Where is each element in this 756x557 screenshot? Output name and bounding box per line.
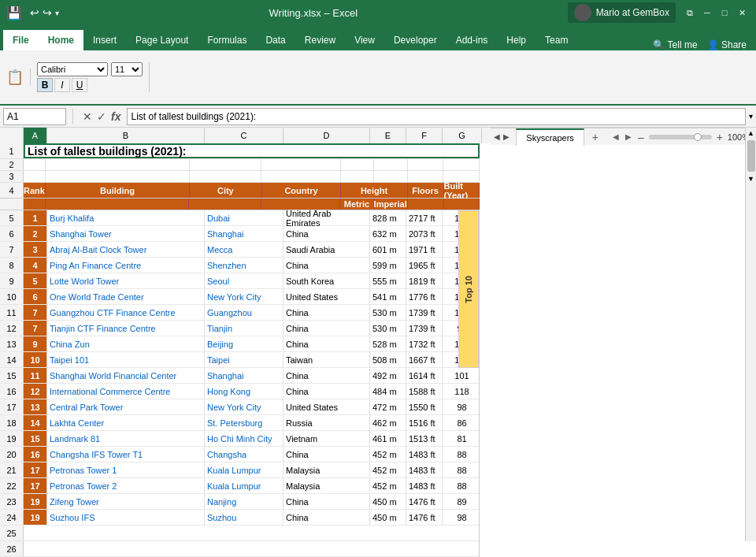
cell-city[interactable]: Seoul: [205, 273, 284, 288]
cell-country[interactable]: Taiwan: [284, 352, 370, 367]
cell[interactable]: [261, 159, 341, 170]
cell-building[interactable]: Taipei 101: [47, 352, 205, 367]
cell-floors[interactable]: 89: [443, 494, 480, 509]
cell-rank[interactable]: 4: [24, 258, 47, 273]
cell[interactable]: [24, 199, 46, 210]
cell-rank[interactable]: 5: [24, 273, 47, 288]
cell-building[interactable]: Landmark 81: [47, 431, 205, 446]
cell-country[interactable]: China: [284, 321, 370, 336]
cell-country[interactable]: China: [284, 258, 370, 273]
cell-rank[interactable]: 9: [24, 336, 47, 351]
cell-building[interactable]: Lakhta Center: [47, 415, 205, 430]
cell-imperial[interactable]: 1483 ft: [406, 462, 443, 477]
cell-imperial[interactable]: 1483 ft: [406, 478, 443, 493]
row-num[interactable]: 14: [0, 352, 24, 367]
row-num[interactable]: 26: [0, 541, 24, 556]
row-num[interactable]: 10: [0, 289, 24, 304]
col-header-B[interactable]: B: [47, 128, 205, 143]
cell-city[interactable]: Beijing: [205, 336, 284, 351]
cell[interactable]: [261, 171, 341, 182]
cell-imperial[interactable]: 1483 ft: [406, 447, 443, 462]
cell-city[interactable]: Kuala Lumpur: [205, 462, 284, 477]
cell-building[interactable]: Tianjin CTF Finance Centre: [47, 321, 205, 336]
cell-rank[interactable]: 11: [24, 368, 47, 383]
row-num[interactable]: 6: [0, 226, 24, 241]
header-building[interactable]: Building: [46, 183, 190, 198]
row-num[interactable]: 23: [0, 494, 24, 509]
cell-metric[interactable]: 601 m: [370, 242, 406, 257]
cell-floors[interactable]: 98: [443, 399, 480, 414]
cell-rank[interactable]: 14: [24, 415, 47, 430]
col-header-E[interactable]: E: [370, 128, 406, 143]
font-size-select[interactable]: 11: [111, 62, 143, 76]
cell-country[interactable]: South Korea: [284, 273, 370, 288]
bold-button[interactable]: B: [37, 78, 53, 92]
cell-country[interactable]: Russia: [284, 415, 370, 430]
cell[interactable]: [24, 525, 480, 540]
cell-metric[interactable]: 508 m: [370, 352, 406, 367]
cell-city[interactable]: New York City: [205, 399, 284, 414]
zoom-thumb[interactable]: [694, 133, 702, 141]
tab-insert[interactable]: Insert: [83, 30, 126, 50]
cell-reference-box[interactable]: [3, 108, 66, 125]
italic-button[interactable]: I: [54, 78, 70, 92]
cell-rank[interactable]: 16: [24, 447, 47, 462]
cell-rank[interactable]: 7: [24, 321, 47, 336]
row-num[interactable]: 12: [0, 321, 24, 336]
cell-floors[interactable]: 86: [443, 415, 480, 430]
cell-country[interactable]: China: [284, 305, 370, 320]
cell-metric[interactable]: 452 m: [370, 462, 406, 477]
row-num[interactable]: 19: [0, 431, 24, 446]
cell[interactable]: [444, 199, 480, 210]
row-num[interactable]: 2: [0, 159, 24, 170]
cell[interactable]: [374, 171, 407, 182]
quick-access-icon[interactable]: ▾: [55, 9, 59, 17]
cell-rank[interactable]: 2: [24, 226, 47, 241]
cell-metric[interactable]: 530 m: [370, 305, 406, 320]
cell-building[interactable]: Guangzhou CTF Finance Centre: [47, 305, 205, 320]
row-num[interactable]: 11: [0, 305, 24, 320]
cell-floors[interactable]: 88: [443, 478, 480, 493]
zoom-slider[interactable]: [649, 135, 712, 139]
cell-floors[interactable]: 88: [443, 447, 480, 462]
cell-country[interactable]: China: [284, 494, 370, 509]
cell-city[interactable]: Shanghai: [205, 226, 284, 241]
cell-country[interactable]: China: [284, 368, 370, 383]
cell-building[interactable]: Lotte World Tower: [47, 273, 205, 288]
cell[interactable]: [189, 199, 261, 210]
vertical-scrollbar[interactable]: ▲ ▼: [745, 128, 756, 541]
cell-building[interactable]: Petronas Tower 2: [47, 478, 205, 493]
cell[interactable]: [374, 159, 407, 170]
cell-imperial[interactable]: 1965 ft: [406, 258, 443, 273]
col-header-A[interactable]: A: [24, 128, 47, 143]
cell-floors[interactable]: 98: [443, 510, 480, 525]
cell-imperial[interactable]: 1516 ft: [406, 415, 443, 430]
row-num[interactable]: 4: [0, 183, 24, 198]
tab-team[interactable]: Team: [536, 30, 577, 50]
cell-rank[interactable]: 15: [24, 431, 47, 446]
row-num[interactable]: 24: [0, 510, 24, 525]
header-city[interactable]: City: [190, 183, 262, 198]
cell-city[interactable]: Dubai: [205, 210, 284, 225]
cell-city[interactable]: New York City: [205, 289, 284, 304]
row-num[interactable]: 13: [0, 336, 24, 351]
tab-view[interactable]: View: [345, 30, 384, 50]
cell-country[interactable]: Saudi Arabia: [284, 242, 370, 257]
col-header-C[interactable]: C: [205, 128, 284, 143]
cell-floors[interactable]: 118: [443, 384, 480, 399]
cell-city[interactable]: Tianjin: [205, 321, 284, 336]
cell-building[interactable]: Abraj Al-Bait Clock Tower: [47, 242, 205, 257]
cell-imperial[interactable]: 1588 ft: [406, 384, 443, 399]
cell-rank[interactable]: 13: [24, 399, 47, 414]
zoom-plus-button[interactable]: +: [717, 131, 723, 143]
cell-building[interactable]: China Zun: [47, 336, 205, 351]
cell-metric[interactable]: 484 m: [370, 384, 406, 399]
redo-icon[interactable]: ↪: [43, 6, 52, 19]
cell-building[interactable]: Petronas Tower 1: [47, 462, 205, 477]
cell[interactable]: [24, 159, 46, 170]
cell-country[interactable]: United Arab Emirates: [284, 210, 370, 225]
cell-country[interactable]: China: [284, 510, 370, 525]
cell-building[interactable]: Zifeng Tower: [47, 494, 205, 509]
cell-imperial[interactable]: 1476 ft: [406, 510, 443, 525]
cell-country[interactable]: China: [284, 226, 370, 241]
